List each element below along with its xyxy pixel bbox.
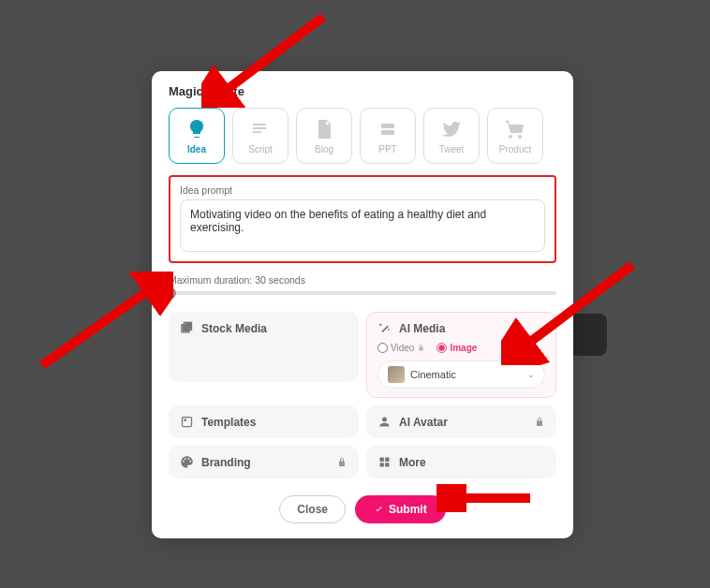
avatar-icon [377,415,392,429]
option-label: AI Media [399,322,445,335]
grid-icon [377,455,392,469]
wand-icon [377,321,392,335]
style-dropdown[interactable]: Cinematic ⌄ [377,360,545,389]
palette-icon [180,455,194,469]
ppt-icon [377,118,399,140]
tab-label: Product [499,144,531,154]
duration-slider[interactable] [169,291,556,295]
script-icon [249,118,272,140]
prompt-label: Idea prompt [180,184,545,196]
option-branding[interactable]: Branding [169,446,359,478]
tweet-icon [440,118,463,140]
option-ai-media[interactable]: AI Media Video Image Cinematic ⌄ [366,312,556,398]
prompt-section: Idea prompt [169,175,556,263]
templates-icon [180,415,194,429]
svg-rect-6 [380,458,384,462]
svg-line-11 [42,283,159,365]
option-stock-media[interactable]: Stock Media [169,312,359,382]
tab-label: Script [248,144,273,154]
tab-product[interactable]: Product [487,108,543,164]
option-label: Branding [201,456,251,469]
prompt-input[interactable] [180,199,545,252]
tab-tweet[interactable]: Tweet [423,108,480,164]
tab-label: PPT [378,144,396,154]
blog-icon [313,118,335,140]
style-swatch [388,366,405,383]
option-label: Stock Media [201,322,267,335]
tab-row: Idea Script Blog PPT Tweet Product [169,108,556,164]
duration-label: Maximum duration: 30 seconds [169,274,556,286]
tab-script[interactable]: Script [232,108,288,164]
background-panel [569,314,607,356]
option-label: More [399,456,426,469]
submit-button[interactable]: Submit [355,495,446,523]
lightbulb-icon [185,118,208,140]
radio-video[interactable]: Video [377,343,425,353]
slider-thumb[interactable] [165,287,176,299]
option-templates[interactable]: Templates [169,405,359,438]
stock-icon [180,321,194,335]
lock-icon [336,457,348,468]
dropdown-value: Cinematic [410,369,456,380]
tab-ppt[interactable]: PPT [360,108,416,164]
lock-icon [534,417,545,428]
svg-rect-1 [381,130,394,135]
cart-icon [504,118,526,140]
option-label: AI Avatar [399,416,448,429]
close-button[interactable]: Close [279,495,346,523]
modal-title: Magic Create [169,84,556,98]
option-more[interactable]: More [366,446,556,478]
svg-rect-0 [381,124,394,128]
chevron-down-icon: ⌄ [527,370,535,379]
radio-image[interactable]: Image [436,343,477,353]
button-row: Close Submit [169,495,556,523]
tab-label: Idea [187,144,206,154]
svg-rect-9 [385,463,389,466]
option-label: Templates [201,416,256,429]
check-icon [374,505,384,515]
option-ai-avatar[interactable]: AI Avatar [366,405,556,438]
tab-label: Blog [315,144,333,154]
svg-rect-5 [184,419,186,421]
tab-blog[interactable]: Blog [296,108,352,164]
tab-label: Tweet [439,144,465,154]
magic-create-modal: Magic Create Idea Script Blog PPT Tweet [152,71,573,538]
options-grid: Stock Media AI Media Video Image [169,312,556,478]
lock-icon [417,344,425,352]
tab-idea[interactable]: Idea [169,108,225,164]
svg-rect-7 [385,458,389,462]
svg-rect-8 [380,463,384,466]
svg-rect-4 [183,418,192,427]
